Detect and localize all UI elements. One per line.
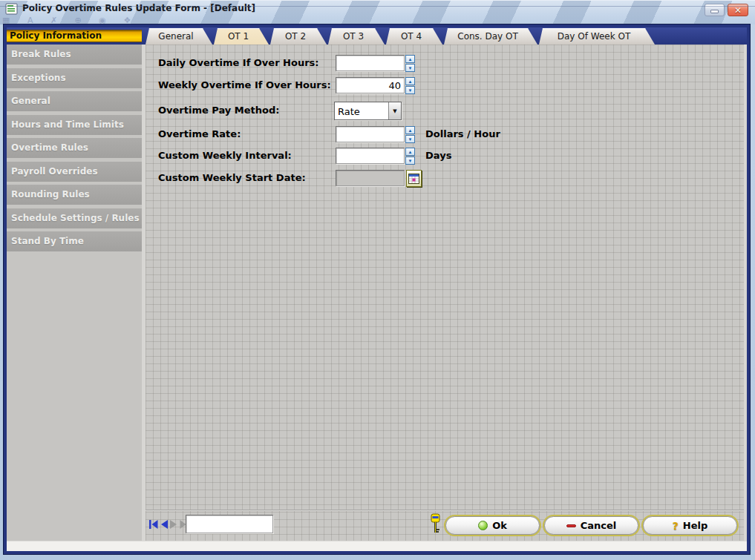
tab-day-of-week-ot[interactable]: Day Of Week OT <box>539 28 655 45</box>
first-record-icon[interactable] <box>148 519 159 530</box>
custom-start-date-label: Custom Weekly Start Date: <box>158 170 306 186</box>
close-icon: ✕ <box>734 6 742 15</box>
screen: Policy Overtime Rules Update Form - [Def… <box>0 0 755 560</box>
sidebar-item-break-rules[interactable]: Break Rules <box>7 45 142 65</box>
dialog-interior: Policy Information Break Rules Exception… <box>7 27 747 551</box>
sidebar-item-rounding-rules[interactable]: Rounding Rules <box>7 185 142 205</box>
custom-interval-spinner: ▲ ▼ <box>405 148 415 165</box>
tab-bar: General OT 1 OT 2 OT 3 OT 4 Cons. Day OT… <box>146 28 655 45</box>
overtime-rate-input[interactable] <box>336 126 405 142</box>
sidebar-item-hours-and-time-limits[interactable]: Hours and Time Limits <box>7 115 142 135</box>
form-icon <box>5 3 18 16</box>
right-edge-sliver <box>744 45 747 541</box>
previous-record-icon[interactable] <box>160 519 169 530</box>
overtime-rate-spinner: ▲ ▼ <box>405 126 415 143</box>
spinner-up-icon[interactable]: ▲ <box>405 148 415 156</box>
sidebar-item-payroll-overrides[interactable]: Payroll Overrides <box>7 162 142 182</box>
weekly-overtime-label: Weekly Overtime If Over Hours: <box>158 77 331 93</box>
tab-ot-3[interactable]: OT 3 <box>328 28 385 45</box>
key-icon <box>429 513 441 536</box>
record-navigator <box>148 519 189 530</box>
cancel-icon <box>566 524 576 527</box>
overtime-rate-suffix: Dollars / Hour <box>425 126 500 142</box>
next-record-icon[interactable] <box>169 519 178 530</box>
sidebar: Break Rules Exceptions General Hours and… <box>7 45 142 251</box>
daily-overtime-spinner: ▲ ▼ <box>405 55 415 72</box>
spinner-down-icon[interactable]: ▼ <box>405 135 415 143</box>
spinner-up-icon[interactable]: ▲ <box>405 77 415 85</box>
pay-method-select[interactable]: Rate ▼ <box>334 102 402 120</box>
spinner-up-icon[interactable]: ▲ <box>405 126 415 134</box>
help-icon: ? <box>673 520 679 532</box>
ok-button-label: Ok <box>492 520 507 531</box>
ok-button[interactable]: Ok <box>445 516 540 535</box>
custom-interval-input[interactable] <box>336 148 405 164</box>
record-search-input[interactable] <box>186 515 273 533</box>
help-button-label: Help <box>683 520 707 531</box>
sidebar-header: Policy Information <box>7 30 142 42</box>
sidebar-item-schedule-settings-rules[interactable]: Schedule Settings / Rules <box>7 208 142 228</box>
weekly-overtime-spinner: ▲ ▼ <box>405 77 415 94</box>
daily-overtime-input[interactable] <box>336 55 405 71</box>
close-button[interactable]: ✕ <box>728 4 748 16</box>
dialog-bottom-strip <box>7 541 747 551</box>
sidebar-item-exceptions[interactable]: Exceptions <box>7 68 142 88</box>
spinner-up-icon[interactable]: ▲ <box>405 55 415 63</box>
pay-method-label: Overtime Pay Method: <box>158 102 280 119</box>
tab-ot-2[interactable]: OT 2 <box>270 28 327 45</box>
cancel-button[interactable]: Cancel <box>544 516 638 535</box>
tab-ot-1[interactable]: OT 1 <box>214 28 269 45</box>
ok-icon <box>478 521 488 530</box>
sidebar-item-overtime-rules[interactable]: Overtime Rules <box>7 138 142 158</box>
calendar-button[interactable] <box>406 170 422 187</box>
sidebar-item-general[interactable]: General <box>7 91 142 111</box>
chevron-down-icon[interactable]: ▼ <box>388 102 401 119</box>
spinner-down-icon[interactable]: ▼ <box>405 86 415 94</box>
calendar-icon <box>408 173 419 185</box>
footer-divider <box>146 510 744 511</box>
custom-interval-label: Custom Weekly Interval: <box>158 148 292 164</box>
cancel-button-label: Cancel <box>581 520 617 531</box>
spinner-down-icon[interactable]: ▼ <box>405 157 415 165</box>
custom-start-date-input <box>336 170 405 186</box>
tab-general[interactable]: General <box>146 28 212 45</box>
pay-method-value: Rate <box>335 102 388 119</box>
sidebar-item-stand-by-time[interactable]: Stand By Time <box>7 231 142 251</box>
background-toolbar-icons: ▦ A ✗ ⊕ ◉ ❖ <box>0 16 312 24</box>
daily-overtime-label: Daily Overtime If Over Hours: <box>158 55 319 71</box>
dialog-window: Policy Information Break Rules Exception… <box>4 24 750 554</box>
tab-panel-ot1: Daily Overtime If Over Hours: ▲ ▼ Weekly… <box>146 45 744 541</box>
spinner-down-icon[interactable]: ▼ <box>405 64 415 72</box>
help-button[interactable]: ? Help <box>643 516 737 535</box>
tab-cons-day-ot[interactable]: Cons. Day OT <box>444 28 537 45</box>
custom-interval-suffix: Days <box>425 148 451 164</box>
overtime-rate-label: Overtime Rate: <box>158 126 241 142</box>
window-title: Policy Overtime Rules Update Form - [Def… <box>22 3 255 13</box>
minimize-icon <box>710 10 719 13</box>
weekly-overtime-input[interactable] <box>336 77 405 93</box>
tab-ot-4[interactable]: OT 4 <box>386 28 442 45</box>
minimize-button[interactable] <box>705 4 725 16</box>
